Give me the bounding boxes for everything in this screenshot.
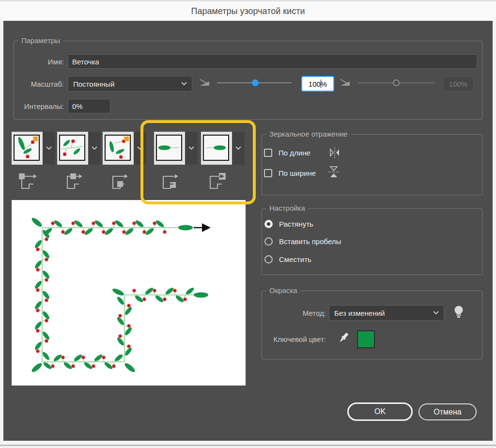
scale-dropdown-value: Постоянный: [73, 80, 115, 88]
flip-across-icon: [327, 165, 341, 179]
flip-across-label: По ширине: [279, 169, 316, 177]
start-position-icon: [160, 170, 181, 192]
chevron-down-icon: [46, 146, 52, 150]
eyedropper-icon[interactable]: [337, 331, 350, 346]
flip-across-checkbox[interactable]: [264, 169, 272, 177]
radio-option-add-space[interactable]: [264, 237, 273, 246]
tile-menu-chevron[interactable]: [134, 132, 146, 165]
radio-option-stretch-label: Растянуть: [279, 220, 313, 228]
chevron-down-icon: [188, 146, 194, 150]
colorization-fieldset: [262, 291, 482, 359]
screen: Параметры узорчатой кисти Параметры Имя:…: [0, 0, 496, 448]
variation-value-text: 100%: [449, 80, 467, 88]
brush-preview: [12, 200, 246, 386]
window-bottom-edge: [0, 445, 496, 446]
chevron-down-icon: [235, 146, 241, 150]
scale-slider-handle[interactable]: [252, 79, 259, 86]
spacing-input[interactable]: [68, 99, 110, 113]
fit-legend: Настройка: [266, 204, 308, 212]
flip-along-checkbox[interactable]: [264, 149, 272, 157]
colorization-legend: Окраска: [266, 287, 300, 294]
flip-legend: Зеркальное отражение: [266, 130, 351, 138]
variation-value-field: 100%: [443, 76, 474, 92]
end-position-icon: [207, 170, 228, 192]
radio-option-shift[interactable]: [264, 255, 273, 263]
name-label: Имя:: [6, 58, 64, 66]
scale-dropdown[interactable]: Постоянный: [68, 76, 192, 92]
chevron-down-icon: [137, 146, 143, 150]
flip-fieldset: [262, 134, 482, 195]
ok-button[interactable]: OK: [347, 402, 413, 421]
cancel-button[interactable]: Отмена: [418, 403, 477, 420]
colorization-tips-lightbulb-icon[interactable]: [453, 305, 464, 320]
spacing-label: Интервалы:: [6, 102, 64, 110]
tile-menu-chevron[interactable]: [88, 132, 101, 165]
radio-option-add-space-label: Вставить пробелы: [279, 237, 341, 246]
tile-menu-chevron[interactable]: [232, 132, 245, 165]
radio-option-shift-label: Сместить: [279, 255, 311, 263]
inner-corner-position-icon: [109, 170, 131, 192]
brush-preview-art: [12, 200, 246, 386]
dialog-title: Параметры узорчатой кисти: [191, 6, 305, 16]
pen-pressure-icon-disabled: [339, 77, 352, 88]
pattern-brush-options-dialog: Параметры Имя: Масштаб: Постоянный 100% …: [3, 21, 493, 441]
tile-menu-chevron[interactable]: [185, 132, 198, 165]
pen-pressure-icon[interactable]: [199, 77, 211, 88]
key-color-swatch[interactable]: [357, 330, 375, 348]
name-input[interactable]: [68, 54, 477, 69]
tile-menu-chevron[interactable]: [43, 132, 55, 165]
key-color-label: Ключевой цвет:: [253, 335, 326, 343]
scale-label: Масштаб:: [6, 80, 64, 88]
cancel-button-label: Отмена: [434, 408, 461, 417]
options-legend: Параметры: [18, 37, 63, 45]
start-tile-thumbnail: [157, 136, 181, 160]
outer-corner-tile-thumbnail: [15, 136, 39, 160]
scale-value-text: 100%: [309, 80, 327, 88]
flip-along-icon: [328, 146, 341, 159]
side-tile-thumbnail: [60, 136, 84, 160]
scale-value-field[interactable]: 100%: [301, 76, 334, 92]
outer-corner-position-icon: [18, 170, 40, 192]
text-caret: [321, 79, 321, 88]
radio-option-stretch[interactable]: [264, 220, 273, 228]
ok-button-label: OK: [374, 407, 386, 416]
side-position-icon: [64, 170, 85, 192]
variation-slider-handle: [393, 79, 400, 86]
method-dropdown-value: Без изменений: [334, 309, 385, 317]
chevron-down-icon: [433, 311, 439, 315]
end-tile-thumbnail: [204, 136, 228, 160]
flip-along-label: По длине: [279, 149, 310, 157]
radio-dot: [267, 222, 270, 226]
inner-corner-tile-thumbnail: [106, 136, 130, 160]
method-dropdown[interactable]: Без изменений: [329, 305, 444, 321]
chevron-down-icon: [181, 82, 187, 86]
method-label: Метод:: [253, 309, 326, 317]
chevron-down-icon: [92, 146, 97, 150]
dialog-titlebar[interactable]: Параметры узорчатой кисти: [0, 0, 496, 21]
